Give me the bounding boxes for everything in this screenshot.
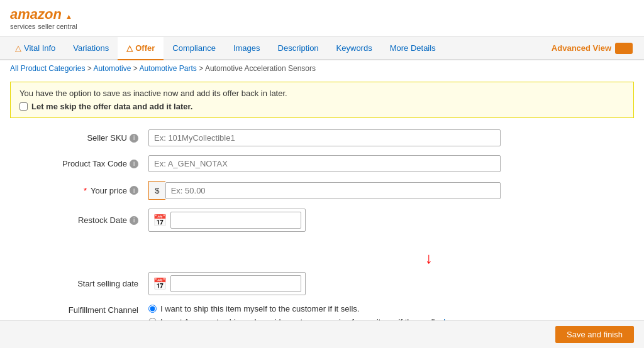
- tab-offer[interactable]: △ Offer: [118, 37, 164, 60]
- form-area: Seller SKU i Product Tax Code i * Your p…: [0, 123, 644, 247]
- red-arrow: ↓: [0, 247, 644, 269]
- seller-sku-row: Seller SKU i: [10, 129, 634, 146]
- restock-calendar-icon[interactable]: 📅: [153, 214, 167, 227]
- tab-variations[interactable]: Variations: [64, 37, 118, 60]
- start-selling-date-wrapper: 📅: [148, 272, 306, 295]
- amazon-logo: amazon ▲: [10, 6, 77, 23]
- breadcrumb-all-products[interactable]: All Product Categories: [10, 64, 85, 73]
- restock-date-label: Restock Date i: [10, 215, 148, 225]
- tab-keywords[interactable]: Keywords: [328, 37, 381, 60]
- fulfillment-label: Fulfillment Channel: [10, 304, 148, 315]
- restock-date-input[interactable]: [170, 212, 301, 229]
- notice-box: You have the option to save as inactive …: [10, 82, 634, 118]
- start-selling-calendar-icon[interactable]: 📅: [153, 277, 167, 291]
- seller-sku-info-icon[interactable]: i: [130, 134, 138, 143]
- warn-icon-offer: △: [126, 43, 133, 53]
- your-price-label: * Your price i: [10, 186, 148, 195]
- bottom-bar: Save and finish: [0, 320, 644, 348]
- start-selling-date-row: Start selling date 📅: [10, 272, 634, 295]
- restock-date-info-icon[interactable]: i: [130, 216, 138, 225]
- breadcrumb-automotive[interactable]: Automotive: [93, 64, 131, 73]
- product-tax-code-row: Product Tax Code i: [10, 155, 634, 172]
- toggle-icon: [615, 43, 633, 54]
- services-text: services: [10, 23, 35, 30]
- header: amazon ▲ services seller central: [0, 0, 644, 37]
- your-price-input[interactable]: [165, 182, 501, 199]
- skip-offer-checkbox[interactable]: [19, 102, 28, 111]
- fulfillment-option1-label[interactable]: I want to ship this item myself to the c…: [148, 304, 501, 313]
- your-price-row: * Your price i $: [10, 181, 634, 200]
- restock-date-row: Restock Date i 📅: [10, 209, 634, 232]
- currency-symbol: $: [148, 181, 165, 200]
- tab-images[interactable]: Images: [225, 37, 269, 60]
- seller-central-text: seller central: [38, 23, 77, 30]
- tabs-bar: △ Vital Info Variations △ Offer Complian…: [0, 37, 644, 60]
- price-wrapper: $: [148, 181, 501, 200]
- logo-area: amazon ▲ services seller central: [10, 6, 77, 30]
- skip-offer-label[interactable]: Let me skip the offer data and add it la…: [19, 102, 625, 111]
- restock-date-wrapper: 📅: [148, 209, 306, 232]
- notice-text: You have the option to save as inactive …: [19, 89, 625, 98]
- save-button[interactable]: Save and finish: [555, 326, 634, 343]
- product-tax-code-input[interactable]: [148, 155, 501, 172]
- start-selling-date-control: 📅: [148, 272, 501, 295]
- warn-icon-vital: △: [15, 43, 21, 53]
- fulfillment-option1-radio[interactable]: [148, 305, 157, 313]
- breadcrumb-sensors: Automotive Acceleration Sensors: [205, 64, 316, 73]
- product-tax-code-label: Product Tax Code i: [10, 159, 148, 168]
- breadcrumb-automotive-parts[interactable]: Automotive Parts: [139, 64, 196, 73]
- start-selling-date-label: Start selling date: [10, 279, 148, 288]
- advanced-view-toggle[interactable]: Advanced View: [547, 39, 638, 58]
- your-price-control: $: [148, 181, 501, 200]
- tab-vital-info[interactable]: △ Vital Info: [6, 37, 64, 60]
- seller-sku-control: [148, 129, 501, 146]
- breadcrumb: All Product Categories > Automotive > Au…: [0, 60, 644, 77]
- tab-more-details[interactable]: More Details: [381, 37, 445, 60]
- tab-compliance[interactable]: Compliance: [164, 37, 225, 60]
- restock-date-control: 📅: [148, 209, 501, 232]
- seller-sku-input[interactable]: [148, 129, 501, 146]
- your-price-info-icon[interactable]: i: [130, 186, 138, 195]
- seller-sku-label: Seller SKU i: [10, 133, 148, 143]
- product-tax-code-control: [148, 155, 501, 172]
- tab-description[interactable]: Description: [269, 37, 328, 60]
- product-tax-info-icon[interactable]: i: [130, 160, 138, 168]
- start-selling-date-input[interactable]: [170, 275, 301, 292]
